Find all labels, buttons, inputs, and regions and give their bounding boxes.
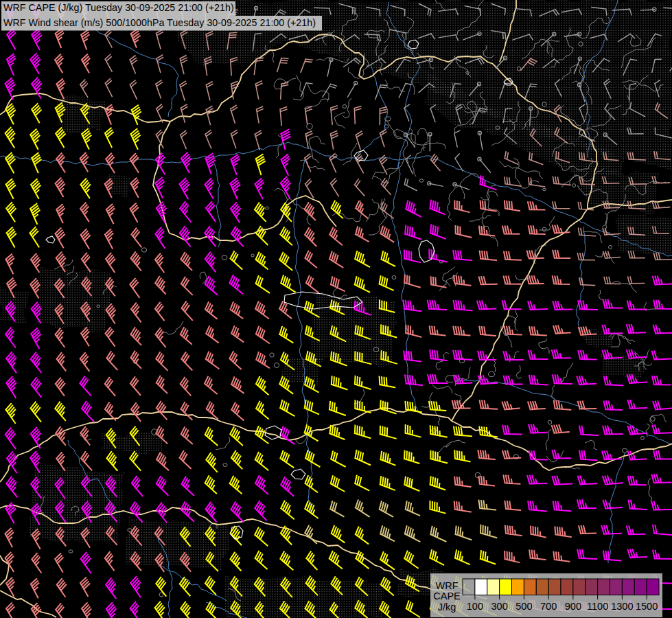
svg-text:1500: 1500: [636, 601, 658, 612]
svg-text:500: 500: [515, 601, 532, 612]
svg-text:900: 900: [565, 601, 581, 612]
svg-text:300: 300: [491, 601, 508, 612]
svg-text:WRF CAPE (J/kg) Tuesday 30-09-: WRF CAPE (J/kg) Tuesday 30-09-2025 21:00…: [3, 2, 234, 13]
svg-text:700: 700: [540, 601, 557, 612]
svg-text:100: 100: [467, 601, 483, 612]
svg-text:WRF Wind shear (m/s) 500/1000h: WRF Wind shear (m/s) 500/1000hPa Tuesday…: [3, 17, 316, 28]
svg-text:CAPE: CAPE: [433, 591, 461, 602]
svg-text:1100: 1100: [587, 601, 608, 612]
svg-text:J/kg: J/kg: [438, 602, 456, 613]
svg-text:1300: 1300: [611, 601, 633, 612]
